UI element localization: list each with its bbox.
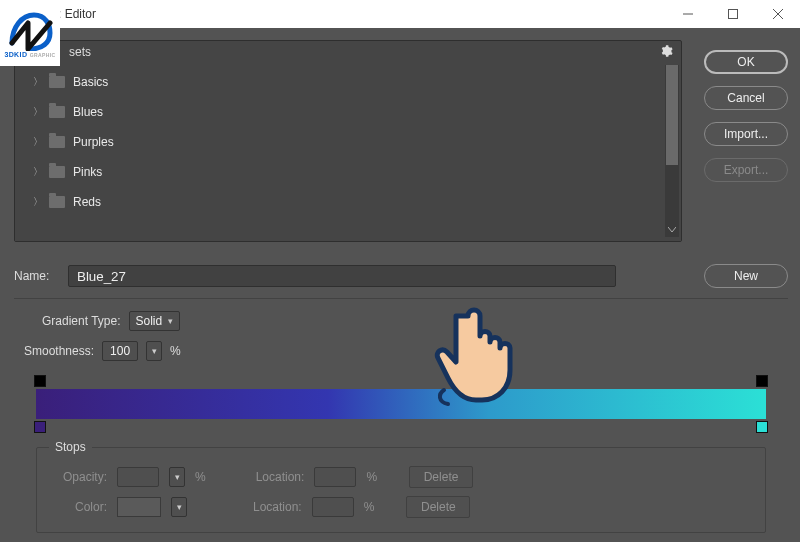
- gradient-type-label: Gradient Type:: [42, 314, 121, 328]
- window-title: : Editor: [58, 7, 96, 21]
- chevron-down-icon: ▾: [175, 472, 180, 482]
- opacity-stop-left[interactable]: [34, 375, 46, 387]
- scrollbar-thumb[interactable]: [666, 65, 678, 165]
- opacity-label: Opacity:: [51, 470, 107, 484]
- percent-sign: %: [366, 470, 377, 484]
- name-input[interactable]: [68, 265, 616, 287]
- new-button[interactable]: New: [704, 264, 788, 288]
- stops-title: Stops: [49, 440, 92, 454]
- titlebar: : Editor: [0, 0, 800, 28]
- logo-line1: 3DKID: [4, 51, 27, 58]
- color-stop-left[interactable]: [34, 421, 46, 433]
- percent-sign: %: [195, 470, 206, 484]
- color-label: Color:: [51, 500, 107, 514]
- presets-list[interactable]: 〉 Basics 〉 Blues 〉 Purples 〉 Pinks 〉: [15, 63, 681, 241]
- logo-watermark: 3DKID GRAPHIC: [0, 0, 60, 66]
- presets-panel: sets 〉 Basics 〉 Blues 〉 Purples 〉: [14, 40, 682, 242]
- color-location-input[interactable]: [312, 497, 354, 517]
- opacity-input[interactable]: [117, 467, 159, 487]
- color-swatch[interactable]: [117, 497, 161, 517]
- minimize-button[interactable]: [665, 0, 710, 28]
- export-button[interactable]: Export...: [704, 158, 788, 182]
- gear-icon[interactable]: [659, 44, 673, 61]
- color-stop-right[interactable]: [756, 421, 768, 433]
- percent-sign: %: [170, 344, 181, 358]
- close-button[interactable]: [755, 0, 800, 28]
- chevron-down-icon: ▾: [177, 502, 182, 512]
- preset-folder-label: Reds: [73, 195, 101, 209]
- opacity-stepper[interactable]: ▾: [169, 467, 185, 487]
- folder-icon: [49, 106, 65, 118]
- percent-sign: %: [364, 500, 375, 514]
- smoothness-stepper[interactable]: ▾: [146, 341, 162, 361]
- smoothness-label: Smoothness:: [24, 344, 94, 358]
- smoothness-input[interactable]: 100: [102, 341, 138, 361]
- chevron-down-icon: ▾: [168, 316, 173, 326]
- chevron-right-icon: 〉: [33, 105, 43, 119]
- chevron-right-icon: 〉: [33, 195, 43, 209]
- logo-line2: GRAPHIC: [30, 52, 56, 58]
- import-button[interactable]: Import...: [704, 122, 788, 146]
- preset-folder[interactable]: 〉 Reds: [15, 187, 681, 217]
- folder-icon: [49, 76, 65, 88]
- folder-icon: [49, 166, 65, 178]
- preset-folder[interactable]: 〉 Blues: [15, 97, 681, 127]
- svg-rect-1: [728, 10, 737, 19]
- name-label: Name:: [14, 269, 58, 283]
- preset-folder[interactable]: 〉 Purples: [15, 127, 681, 157]
- chevron-down-icon[interactable]: [665, 223, 679, 237]
- preset-folder[interactable]: 〉 Pinks: [15, 157, 681, 187]
- stops-panel: Stops Opacity: ▾ % Location: % Delete Co…: [36, 447, 766, 533]
- presets-label: sets: [69, 45, 91, 59]
- presets-scrollbar[interactable]: [665, 65, 679, 237]
- folder-icon: [49, 136, 65, 148]
- color-delete-button[interactable]: Delete: [406, 496, 470, 518]
- opacity-location-input[interactable]: [314, 467, 356, 487]
- preset-folder[interactable]: 〉 Basics: [15, 67, 681, 97]
- cancel-button[interactable]: Cancel: [704, 86, 788, 110]
- opacity-stop-right[interactable]: [756, 375, 768, 387]
- preset-folder-label: Pinks: [73, 165, 102, 179]
- gradient-type-value: Solid: [136, 314, 163, 328]
- maximize-button[interactable]: [710, 0, 755, 28]
- pointer-hand-overlay: [430, 298, 520, 408]
- chevron-right-icon: 〉: [33, 135, 43, 149]
- opacity-delete-button[interactable]: Delete: [409, 466, 473, 488]
- chevron-right-icon: 〉: [33, 75, 43, 89]
- window-controls: [665, 0, 800, 28]
- folder-icon: [49, 196, 65, 208]
- chevron-right-icon: 〉: [33, 165, 43, 179]
- gradient-type-select[interactable]: Solid ▾: [129, 311, 181, 331]
- ok-button[interactable]: OK: [704, 50, 788, 74]
- location-label: Location:: [253, 500, 302, 514]
- gradient-bar-area: [36, 389, 766, 419]
- preset-folder-label: Purples: [73, 135, 114, 149]
- preset-folder-label: Basics: [73, 75, 108, 89]
- preset-folder-label: Blues: [73, 105, 103, 119]
- gradient-bar[interactable]: [36, 389, 766, 419]
- location-label: Location:: [256, 470, 305, 484]
- color-stepper[interactable]: ▾: [171, 497, 187, 517]
- chevron-down-icon: ▾: [152, 346, 157, 356]
